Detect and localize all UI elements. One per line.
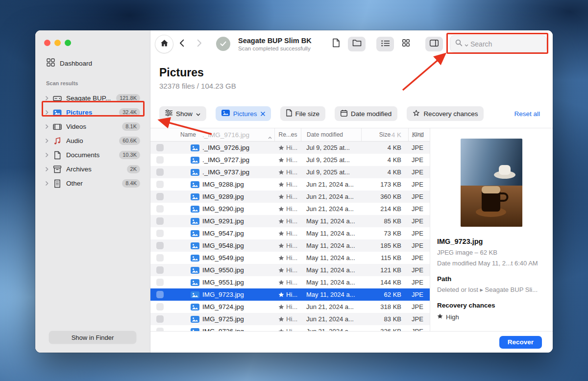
date-modified-cell: May 11, 2024 a... (301, 230, 361, 237)
file-view-button[interactable] (327, 37, 345, 51)
search-field[interactable] (450, 35, 547, 52)
image-file-icon (169, 157, 199, 164)
table-row[interactable]: IMG_9547.jpgHi...May 11, 2024 a...73 KBJ… (150, 227, 430, 239)
back-icon (179, 39, 184, 49)
show-in-finder-button[interactable]: Show in Finder (49, 331, 136, 344)
image-file-icon (169, 169, 199, 176)
row-checkbox[interactable] (150, 315, 169, 323)
sidebar-item-documents[interactable]: Documents10.3K (42, 148, 143, 162)
row-checkbox[interactable] (150, 156, 169, 164)
file-name: IMG_9290.jpg (199, 205, 274, 213)
back-button[interactable] (173, 35, 191, 53)
sidebar-item-seagate-bup[interactable]: Seagate BUP...121.8K (42, 91, 143, 105)
page-title: Pictures (159, 66, 553, 79)
sidebar-item-label: Audio (66, 137, 119, 144)
table-row[interactable]: IMG_9549.jpgHi...May 11, 2024 a...115 KB… (150, 252, 430, 264)
date-modified-cell: May 11, 2024 a... (301, 291, 361, 298)
row-checkbox[interactable] (150, 266, 169, 274)
recovery-chance-cell: Hi... (274, 303, 301, 310)
column-header-recovery-chances[interactable]: Re...es (274, 128, 301, 141)
preview-path-value: Deleted or lost ▸ Seagate BUP Sli... (437, 286, 546, 293)
table-row[interactable]: ._IMG_9726.jpgHi...Jul 9, 2025 at...4 KB… (150, 142, 430, 154)
recover-button[interactable]: Recover (499, 336, 542, 349)
date-modified-cell: Jun 21, 2024 a... (301, 181, 361, 188)
table-row[interactable]: IMG_9288.jpgHi...Jun 21, 2024 a...173 KB… (150, 178, 430, 190)
forward-button[interactable] (191, 35, 208, 53)
row-checkbox[interactable] (150, 303, 169, 310)
folder-view-button[interactable] (348, 37, 366, 51)
sidebar-item-other[interactable]: Other8.4K (42, 176, 143, 190)
date-modified-cell: Jun 21, 2024 a... (301, 205, 361, 213)
zoom-window-button[interactable] (65, 40, 71, 46)
table-row[interactable]: IMG_9290.jpgHi...Jun 21, 2024 a...214 KB… (150, 203, 430, 215)
table-row[interactable]: IMG_9550.jpgHi...May 11, 2024 a...121 KB… (150, 264, 430, 276)
grid-view-icon (402, 39, 410, 48)
date-modified-cell: May 11, 2024 a... (301, 279, 361, 286)
table-row[interactable]: ._IMG_9727.jpgHi...Jul 9, 2025 at...4 KB… (150, 154, 430, 166)
pictures-filter-chip[interactable]: Pictures (216, 106, 271, 121)
close-icon[interactable] (261, 110, 265, 118)
column-header-date-modified[interactable]: Date modified (301, 128, 361, 141)
table-row[interactable]: IMG_9725.jpgHi...Jun 21, 2024 a...83 KBJ… (150, 313, 430, 325)
toolbar: Seagate BUP Slim BK Scan completed succe… (150, 30, 553, 57)
disclosure-chevron-icon[interactable] (45, 152, 51, 158)
sidebar-item-dashboard[interactable]: Dashboard (42, 54, 143, 72)
grid-view-button[interactable] (397, 37, 415, 51)
row-checkbox[interactable] (150, 230, 169, 237)
row-checkbox[interactable] (150, 254, 169, 262)
folder-view-icon (352, 39, 362, 48)
table-row[interactable]: IMG_9724.jpgHi...Jun 21, 2024 a...318 KB… (150, 301, 430, 313)
chevron-down-icon (196, 110, 200, 118)
disclosure-chevron-icon[interactable] (45, 167, 51, 172)
minimize-window-button[interactable] (54, 40, 61, 46)
table-row[interactable]: IMG_9726.jpgHi...Jun 21, 2024 a...326 KB… (150, 325, 430, 331)
recovery-chance-cell: Hi... (274, 328, 301, 331)
disclosure-chevron-icon[interactable] (45, 181, 51, 186)
close-window-button[interactable] (44, 40, 50, 46)
sidebar-item-audio[interactable]: Audio60.6K (42, 134, 143, 148)
table-row[interactable]: ._IMG_9737.jpgHi...Jul 9, 2025 at...4 KB… (150, 166, 430, 178)
preview-path-label: Path (437, 275, 546, 283)
row-checkbox[interactable] (150, 205, 169, 213)
list-view-button[interactable] (376, 37, 394, 51)
search-input[interactable] (470, 40, 534, 48)
table-row[interactable]: IMG_9291.jpgHi...May 11, 2024 a...85 KBJ… (150, 215, 430, 227)
row-checkbox[interactable] (150, 193, 169, 200)
recovery-chances-filter-button[interactable]: Recovery chances (407, 106, 484, 121)
row-checkbox[interactable] (150, 144, 169, 151)
row-checkbox[interactable] (150, 181, 169, 188)
search-icon (455, 39, 463, 48)
sidebar-item-videos[interactable]: Videos8.1K (42, 119, 143, 134)
reset-all-link[interactable]: Reset all (514, 110, 540, 118)
show-filter-button[interactable]: Show (159, 106, 206, 121)
row-checkbox[interactable] (150, 217, 169, 225)
disclosure-chevron-icon[interactable] (45, 95, 51, 101)
disclosure-chevron-icon[interactable] (45, 124, 51, 129)
row-checkbox[interactable] (150, 168, 169, 176)
row-checkbox[interactable] (150, 291, 169, 298)
search-filter-chevron-icon (465, 40, 468, 48)
recovery-chances-label: Recovery chances (423, 110, 478, 118)
table-row-selected[interactable]: IMG_9723.jpgHi...May 11, 2024 a...62 KBJ… (150, 288, 430, 301)
kind-cell: JPE (408, 156, 430, 164)
recovery-chance-cell: Hi... (274, 217, 301, 225)
drive-icon (51, 94, 63, 103)
date-modified-filter-button[interactable]: Date modified (335, 106, 397, 121)
star-icon (278, 267, 284, 273)
disclosure-chevron-icon[interactable] (45, 138, 51, 143)
size-cell: 4 KB (361, 144, 408, 151)
row-checkbox[interactable] (150, 279, 169, 286)
row-checkbox[interactable] (150, 328, 169, 331)
table-row[interactable]: IMG_9289.jpgHi...Jun 21, 2024 a...360 KB… (150, 190, 430, 203)
main-area: Seagate BUP Slim BK Scan completed succe… (150, 30, 553, 353)
sidebar-toggle-button[interactable] (425, 37, 443, 51)
sidebar-item-archives[interactable]: Archives2K (42, 162, 143, 176)
sidebar-item-label: Dashboard (60, 60, 92, 67)
home-button[interactable] (155, 35, 173, 53)
table-row[interactable]: IMG_9548.jpgHi...May 11, 2024 a...185 KB… (150, 239, 430, 252)
disclosure-chevron-icon[interactable] (45, 110, 51, 115)
sidebar-item-pictures[interactable]: Pictures32.4K (42, 105, 143, 119)
file-size-filter-button[interactable]: File size (280, 106, 326, 121)
table-row[interactable]: IMG_9551.jpgHi...May 11, 2024 a...144 KB… (150, 276, 430, 288)
row-checkbox[interactable] (150, 242, 169, 249)
